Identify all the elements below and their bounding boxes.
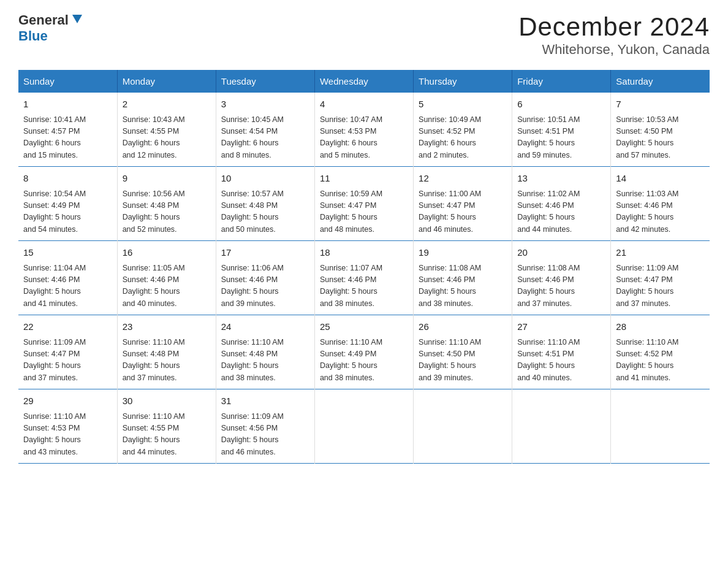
day-info: Sunrise: 10:49 AM Sunset: 4:52 PM Daylig… [419, 114, 507, 162]
table-row [414, 389, 512, 464]
day-info: Sunrise: 10:47 AM Sunset: 4:53 PM Daylig… [320, 114, 408, 162]
table-row: 9Sunrise: 10:56 AM Sunset: 4:48 PM Dayli… [117, 167, 216, 241]
col-friday: Friday [512, 70, 611, 93]
table-row: 21Sunrise: 11:09 AM Sunset: 4:47 PM Dayl… [611, 241, 710, 315]
day-number: 29 [23, 394, 112, 408]
day-number: 21 [616, 246, 705, 260]
day-info: Sunrise: 11:10 AM Sunset: 4:53 PM Daylig… [23, 411, 112, 459]
day-number: 10 [221, 172, 309, 186]
day-number: 31 [221, 394, 309, 408]
day-info: Sunrise: 11:09 AM Sunset: 4:56 PM Daylig… [221, 411, 309, 459]
day-info: Sunrise: 10:59 AM Sunset: 4:47 PM Daylig… [320, 188, 408, 236]
table-row: 30Sunrise: 11:10 AM Sunset: 4:55 PM Dayl… [117, 389, 216, 464]
day-number: 17 [221, 246, 309, 260]
col-wednesday: Wednesday [314, 70, 413, 93]
day-info: Sunrise: 11:10 AM Sunset: 4:49 PM Daylig… [320, 337, 408, 385]
table-row: 7Sunrise: 10:53 AM Sunset: 4:50 PM Dayli… [611, 93, 710, 167]
day-info: Sunrise: 11:09 AM Sunset: 4:47 PM Daylig… [23, 337, 112, 385]
table-row: 18Sunrise: 11:07 AM Sunset: 4:46 PM Dayl… [314, 241, 413, 315]
day-number: 1 [23, 98, 112, 112]
page-header: General Blue December 2024 Whitehorse, Y… [18, 12, 710, 58]
title-block: December 2024 Whitehorse, Yukon, Canada [518, 12, 710, 58]
day-info: Sunrise: 11:00 AM Sunset: 4:47 PM Daylig… [419, 188, 507, 236]
calendar-table: Sunday Monday Tuesday Wednesday Thursday… [18, 70, 710, 464]
col-sunday: Sunday [18, 70, 117, 93]
day-info: Sunrise: 10:45 AM Sunset: 4:54 PM Daylig… [221, 114, 309, 162]
table-row: 28Sunrise: 11:10 AM Sunset: 4:52 PM Dayl… [611, 315, 710, 389]
table-row: 20Sunrise: 11:08 AM Sunset: 4:46 PM Dayl… [512, 241, 611, 315]
page-title: December 2024 [518, 12, 710, 42]
day-number: 15 [23, 246, 112, 260]
table-row: 17Sunrise: 11:06 AM Sunset: 4:46 PM Dayl… [216, 241, 314, 315]
table-row: 19Sunrise: 11:08 AM Sunset: 4:46 PM Dayl… [414, 241, 512, 315]
day-number: 24 [221, 320, 309, 334]
table-row: 11Sunrise: 10:59 AM Sunset: 4:47 PM Dayl… [314, 167, 413, 241]
table-row [611, 389, 710, 464]
col-tuesday: Tuesday [216, 70, 314, 93]
day-info: Sunrise: 10:56 AM Sunset: 4:48 PM Daylig… [123, 188, 211, 236]
day-number: 5 [419, 98, 507, 112]
day-info: Sunrise: 11:10 AM Sunset: 4:51 PM Daylig… [517, 337, 605, 385]
table-row: 3Sunrise: 10:45 AM Sunset: 4:54 PM Dayli… [216, 93, 314, 167]
day-number: 9 [123, 172, 211, 186]
day-number: 6 [517, 98, 605, 112]
table-row: 2Sunrise: 10:43 AM Sunset: 4:55 PM Dayli… [117, 93, 216, 167]
day-info: Sunrise: 11:08 AM Sunset: 4:46 PM Daylig… [517, 262, 605, 310]
table-row: 1Sunrise: 10:41 AM Sunset: 4:57 PM Dayli… [18, 93, 117, 167]
day-number: 27 [517, 320, 605, 334]
table-row: 5Sunrise: 10:49 AM Sunset: 4:52 PM Dayli… [414, 93, 512, 167]
day-number: 12 [419, 172, 507, 186]
day-number: 30 [123, 394, 211, 408]
day-number: 22 [23, 320, 112, 334]
col-saturday: Saturday [611, 70, 710, 93]
day-number: 19 [419, 246, 507, 260]
table-row: 22Sunrise: 11:09 AM Sunset: 4:47 PM Dayl… [18, 315, 117, 389]
day-info: Sunrise: 11:05 AM Sunset: 4:46 PM Daylig… [123, 262, 211, 310]
logo: General Blue [18, 12, 85, 44]
day-number: 2 [123, 98, 211, 112]
day-info: Sunrise: 11:10 AM Sunset: 4:48 PM Daylig… [221, 337, 309, 385]
day-info: Sunrise: 10:43 AM Sunset: 4:55 PM Daylig… [123, 114, 211, 162]
day-info: Sunrise: 11:10 AM Sunset: 4:50 PM Daylig… [419, 337, 507, 385]
col-monday: Monday [117, 70, 216, 93]
table-row: 31Sunrise: 11:09 AM Sunset: 4:56 PM Dayl… [216, 389, 314, 464]
day-info: Sunrise: 11:08 AM Sunset: 4:46 PM Daylig… [419, 262, 507, 310]
table-row: 23Sunrise: 11:10 AM Sunset: 4:48 PM Dayl… [117, 315, 216, 389]
table-row: 4Sunrise: 10:47 AM Sunset: 4:53 PM Dayli… [314, 93, 413, 167]
day-number: 8 [23, 172, 112, 186]
col-thursday: Thursday [414, 70, 512, 93]
day-number: 7 [616, 98, 705, 112]
day-info: Sunrise: 10:57 AM Sunset: 4:48 PM Daylig… [221, 188, 309, 236]
table-row: 10Sunrise: 10:57 AM Sunset: 4:48 PM Dayl… [216, 167, 314, 241]
day-info: Sunrise: 11:09 AM Sunset: 4:47 PM Daylig… [616, 262, 705, 310]
table-row: 6Sunrise: 10:51 AM Sunset: 4:51 PM Dayli… [512, 93, 611, 167]
day-info: Sunrise: 11:10 AM Sunset: 4:48 PM Daylig… [123, 337, 211, 385]
day-info: Sunrise: 11:03 AM Sunset: 4:46 PM Daylig… [616, 188, 705, 236]
table-row: 12Sunrise: 11:00 AM Sunset: 4:47 PM Dayl… [414, 167, 512, 241]
table-row: 29Sunrise: 11:10 AM Sunset: 4:53 PM Dayl… [18, 389, 117, 464]
table-row: 26Sunrise: 11:10 AM Sunset: 4:50 PM Dayl… [414, 315, 512, 389]
day-number: 23 [123, 320, 211, 334]
table-row: 16Sunrise: 11:05 AM Sunset: 4:46 PM Dayl… [117, 241, 216, 315]
day-number: 11 [320, 172, 408, 186]
table-row: 25Sunrise: 11:10 AM Sunset: 4:49 PM Dayl… [314, 315, 413, 389]
day-number: 3 [221, 98, 309, 112]
table-row: 24Sunrise: 11:10 AM Sunset: 4:48 PM Dayl… [216, 315, 314, 389]
day-number: 13 [517, 172, 605, 186]
table-row [512, 389, 611, 464]
table-row: 27Sunrise: 11:10 AM Sunset: 4:51 PM Dayl… [512, 315, 611, 389]
day-info: Sunrise: 11:02 AM Sunset: 4:46 PM Daylig… [517, 188, 605, 236]
day-info: Sunrise: 10:54 AM Sunset: 4:49 PM Daylig… [23, 188, 112, 236]
day-info: Sunrise: 11:10 AM Sunset: 4:55 PM Daylig… [123, 411, 211, 459]
day-number: 16 [123, 246, 211, 260]
logo-text-general: General [18, 12, 69, 28]
table-row: 15Sunrise: 11:04 AM Sunset: 4:46 PM Dayl… [18, 241, 117, 315]
table-row: 14Sunrise: 11:03 AM Sunset: 4:46 PM Dayl… [611, 167, 710, 241]
day-number: 18 [320, 246, 408, 260]
day-info: Sunrise: 11:06 AM Sunset: 4:46 PM Daylig… [221, 262, 309, 310]
day-number: 28 [616, 320, 705, 334]
day-info: Sunrise: 11:07 AM Sunset: 4:46 PM Daylig… [320, 262, 408, 310]
day-info: Sunrise: 10:51 AM Sunset: 4:51 PM Daylig… [517, 114, 605, 162]
calendar-header-row: Sunday Monday Tuesday Wednesday Thursday… [18, 70, 710, 93]
day-number: 26 [419, 320, 507, 334]
